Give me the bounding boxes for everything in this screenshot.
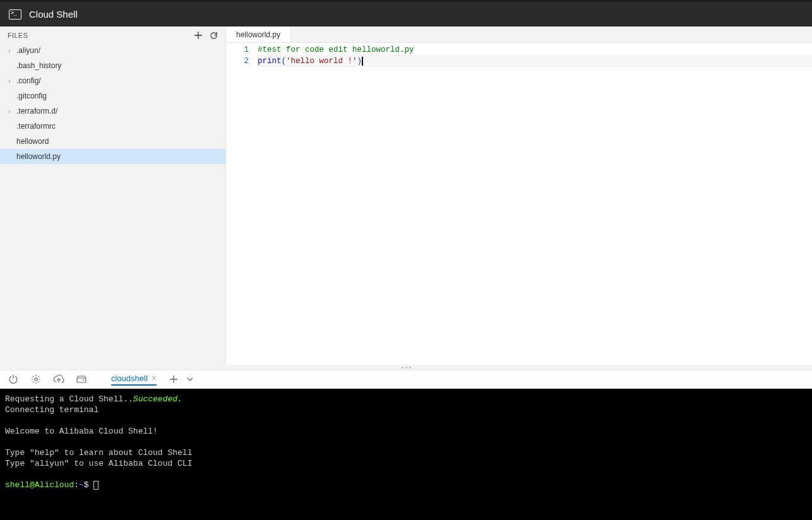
- terminal-tab-cloudshell[interactable]: cloudshell ×: [111, 373, 157, 386]
- term-line: Welcome to Alibaba Cloud Shell!: [5, 427, 158, 436]
- sidebar-header: FILES: [0, 27, 225, 43]
- term-line: Connecting terminal: [5, 405, 99, 415]
- prompt-symbol: $: [84, 480, 94, 490]
- file-item-bash-history[interactable]: .bash_history: [0, 58, 225, 73]
- terminal-icon: [9, 9, 21, 20]
- file-label: .terraformrc: [15, 122, 56, 131]
- cloud-upload-icon[interactable]: [53, 374, 64, 385]
- file-label: helloword: [15, 137, 49, 146]
- file-item-gitconfig[interactable]: .gitconfig: [0, 88, 225, 103]
- file-tree: › .aliyun/ .bash_history › .config/ .git…: [0, 43, 225, 365]
- svg-point-0: [35, 378, 37, 381]
- line-number: 2: [226, 56, 249, 67]
- file-item-terraform-d[interactable]: › .terraform.d/: [0, 103, 225, 119]
- prompt-user: shell@Alicloud: [5, 480, 74, 490]
- app-header: Cloud Shell: [0, 0, 812, 27]
- file-sidebar: FILES › .aliyun/ .bash_history › .: [0, 27, 226, 365]
- line-number: 1: [226, 44, 249, 56]
- terminal-toolbar: cloudshell ×: [0, 370, 812, 389]
- tab-label: helloworld.py: [236, 30, 280, 39]
- file-label: .terraform.d/: [15, 107, 57, 115]
- pane-splitter[interactable]: [0, 365, 812, 370]
- file-label: .bash_history: [15, 61, 61, 70]
- code-area[interactable]: 1 2 #test for code edit helloworld.py pr…: [226, 43, 812, 365]
- gear-icon[interactable]: [30, 374, 42, 385]
- file-item-config[interactable]: › .config/: [0, 73, 225, 88]
- term-line: Requesting a Cloud Shell..: [5, 394, 133, 404]
- editor-tab-helloworld[interactable]: helloworld.py: [226, 27, 291, 42]
- refresh-button[interactable]: [208, 30, 219, 41]
- terminal-cursor: [93, 481, 99, 490]
- file-item-aliyun[interactable]: › .aliyun/: [0, 43, 225, 58]
- term-line: Type "help" to learn about Cloud Shell: [5, 448, 192, 458]
- new-file-button[interactable]: [193, 30, 204, 41]
- term-status: Succeeded.: [133, 394, 182, 404]
- editor-tab-bar: helloworld.py: [226, 27, 812, 43]
- file-label: .aliyun/: [15, 46, 40, 55]
- file-label: .gitconfig: [15, 92, 47, 100]
- terminal-tab-label: cloudshell: [111, 374, 148, 383]
- chevron-right-icon: ›: [6, 108, 13, 115]
- line-gutter: 1 2: [226, 44, 258, 365]
- add-terminal-button[interactable]: [168, 374, 179, 385]
- file-label: .config/: [15, 76, 41, 85]
- power-icon[interactable]: [8, 374, 19, 385]
- file-item-helloword[interactable]: helloword: [0, 134, 225, 149]
- code-line-1: #test for code edit helloworld.py: [258, 44, 812, 56]
- term-line: Type "aliyun" to use Alibaba Cloud CLI: [5, 459, 192, 468]
- main-area: FILES › .aliyun/ .bash_history › .: [0, 27, 812, 365]
- file-item-helloworld-py[interactable]: helloworld.py: [0, 149, 225, 164]
- terminal-output[interactable]: Requesting a Cloud Shell..Succeeded. Con…: [0, 389, 812, 520]
- file-item-terraformrc[interactable]: .terraformrc: [0, 119, 225, 134]
- storage-icon[interactable]: [76, 374, 87, 385]
- code-editor: helloworld.py 1 2 #test for code edit he…: [226, 27, 812, 365]
- chevron-right-icon: ›: [6, 78, 13, 85]
- file-label: helloworld.py: [15, 152, 61, 161]
- chevron-down-icon[interactable]: [184, 374, 196, 385]
- prompt-colon: :: [74, 480, 79, 490]
- chevron-right-icon: ›: [6, 47, 13, 54]
- prompt-path: ~: [79, 480, 84, 490]
- close-icon[interactable]: ×: [152, 373, 157, 383]
- app-title: Cloud Shell: [29, 9, 78, 20]
- editor-cursor: [362, 57, 363, 66]
- sidebar-title: FILES: [8, 32, 28, 39]
- code-line-2: print('hello world !'): [258, 56, 812, 67]
- code-lines: #test for code edit helloworld.py print(…: [258, 44, 812, 365]
